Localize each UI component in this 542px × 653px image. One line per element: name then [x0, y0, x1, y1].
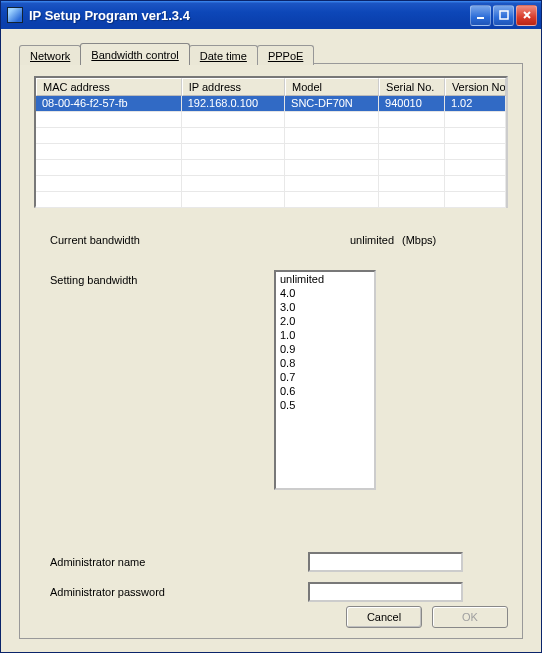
col-header-mac[interactable]: MAC address [36, 78, 182, 96]
svg-rect-1 [500, 11, 508, 19]
close-button[interactable] [516, 5, 537, 26]
list-option[interactable]: 1.0 [276, 328, 374, 342]
admin-password-input[interactable] [308, 582, 463, 602]
app-window: IP Setup Program ver1.3.4 Network Bandwi… [0, 0, 542, 653]
client-area: Network Bandwidth control Date time PPPo… [4, 29, 538, 649]
tab-bandwidth-control[interactable]: Bandwidth control [80, 43, 189, 65]
list-option[interactable]: 0.6 [276, 384, 374, 398]
col-header-version[interactable]: Version No. [445, 78, 506, 96]
cell-model: SNC-DF70N [285, 96, 379, 112]
ok-button: OK [432, 606, 508, 628]
table-row[interactable] [36, 176, 506, 192]
tab-pppoe[interactable]: PPPoE [257, 45, 314, 65]
tab-panel: MAC address IP address Model Serial No. … [19, 63, 523, 639]
list-option[interactable]: 0.5 [276, 398, 374, 412]
table-row[interactable] [36, 144, 506, 160]
tab-network[interactable]: Network [19, 45, 81, 65]
table-header-row: MAC address IP address Model Serial No. … [36, 78, 506, 96]
list-option[interactable]: 0.8 [276, 356, 374, 370]
device-table[interactable]: MAC address IP address Model Serial No. … [34, 76, 508, 208]
cell-mac: 08-00-46-f2-57-fb [36, 96, 182, 112]
col-header-serial[interactable]: Serial No. [379, 78, 445, 96]
cell-serial: 940010 [379, 96, 445, 112]
cell-version: 1.02 [445, 96, 506, 112]
svg-rect-0 [477, 17, 484, 19]
tab-date-time[interactable]: Date time [189, 45, 258, 65]
minimize-button[interactable] [470, 5, 491, 26]
table-row[interactable] [36, 192, 506, 208]
cancel-button[interactable]: Cancel [346, 606, 422, 628]
title-bar[interactable]: IP Setup Program ver1.3.4 [1, 1, 541, 29]
window-title: IP Setup Program ver1.3.4 [29, 8, 470, 23]
col-header-model[interactable]: Model [285, 78, 379, 96]
table-row[interactable] [36, 112, 506, 128]
admin-password-label: Administrator password [50, 586, 165, 598]
list-option[interactable]: 4.0 [276, 286, 374, 300]
list-option[interactable]: 2.0 [276, 314, 374, 328]
current-bandwidth-label: Current bandwidth [50, 234, 140, 246]
list-option[interactable]: unlimited [276, 272, 374, 286]
table-row[interactable] [36, 128, 506, 144]
list-option[interactable]: 3.0 [276, 300, 374, 314]
admin-name-label: Administrator name [50, 556, 145, 568]
current-bandwidth-value: unlimited [350, 234, 394, 246]
tab-strip: Network Bandwidth control Date time PPPo… [19, 43, 313, 65]
list-option[interactable]: 0.9 [276, 342, 374, 356]
admin-name-input[interactable] [308, 552, 463, 572]
bandwidth-listbox[interactable]: unlimited 4.0 3.0 2.0 1.0 0.9 0.8 0.7 0.… [274, 270, 376, 490]
maximize-button[interactable] [493, 5, 514, 26]
table-row[interactable]: 08-00-46-f2-57-fb 192.168.0.100 SNC-DF70… [36, 96, 506, 112]
setting-bandwidth-label: Setting bandwidth [50, 274, 137, 286]
current-bandwidth-unit: (Mbps) [402, 234, 436, 246]
list-option[interactable]: 0.7 [276, 370, 374, 384]
col-header-ip[interactable]: IP address [182, 78, 285, 96]
table-row[interactable] [36, 160, 506, 176]
app-icon [7, 7, 23, 23]
cell-ip: 192.168.0.100 [182, 96, 285, 112]
